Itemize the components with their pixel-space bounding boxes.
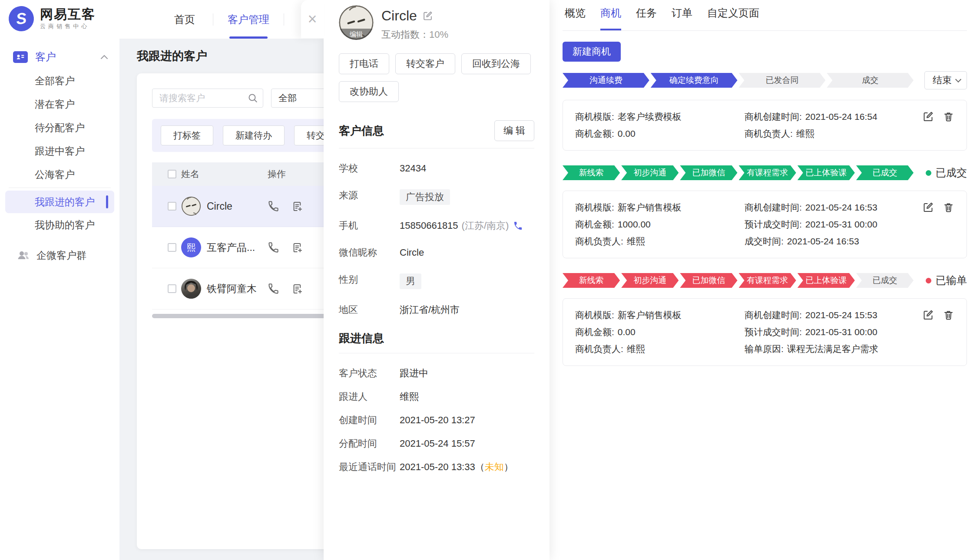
nav-item-customer-management[interactable]: 客户管理	[213, 0, 284, 39]
select-all-checkbox[interactable]	[168, 170, 176, 178]
search-input[interactable]	[152, 89, 263, 108]
stage-chevron[interactable]: 已上体验课	[798, 165, 855, 180]
close-icon[interactable]: ×	[308, 11, 317, 27]
section-title: 跟进信息	[339, 331, 384, 346]
stage-chevron[interactable]: 已加微信	[680, 165, 737, 180]
tab-overview[interactable]: 概览	[565, 6, 586, 30]
change-assistant-button[interactable]: 改协助人	[339, 81, 399, 102]
field-assigned-time: 分配时间 2021-05-24 15:57	[339, 438, 534, 450]
call-icon[interactable]	[268, 201, 279, 212]
customer-name: 互客产品...	[207, 241, 255, 254]
stage-chevron[interactable]: 已加微信	[680, 273, 737, 288]
new-opportunity-button[interactable]: 新建商机	[563, 42, 621, 62]
stage-chevron[interactable]: 初步沟通	[621, 273, 679, 288]
search-icon[interactable]	[248, 93, 258, 103]
field-source: 来源 广告投放	[339, 189, 534, 205]
stage-chevron[interactable]: 已上体验课	[798, 273, 855, 288]
sidebar-item-wecom-customer-groups[interactable]: 企微客户群	[0, 244, 119, 267]
stage-progress-bar: 新线索 初步沟通 已加微信 有课程需求 已上体验课 已成交	[563, 273, 914, 288]
stage-chevron[interactable]: 新线索	[563, 165, 620, 180]
info-line: 预计成交时间:2021-05-31 00:00	[745, 326, 907, 338]
top-nav: 首页 客户管理	[156, 0, 284, 39]
stage-chevron[interactable]: 新线索	[563, 273, 620, 288]
sidebar-item-public-sea-customers[interactable]: 公海客户	[0, 163, 119, 186]
stage-chevron[interactable]: 有课程需求	[739, 273, 796, 288]
chevron-down-icon	[955, 76, 961, 82]
tab-orders[interactable]: 订单	[672, 6, 692, 30]
sidebar-item-potential-customers[interactable]: 潜在客户	[0, 92, 119, 116]
row-checkbox[interactable]	[168, 202, 176, 211]
tab-opportunities[interactable]: 商机	[600, 6, 621, 30]
call-icon[interactable]	[268, 242, 279, 254]
add-note-icon[interactable]	[291, 201, 303, 212]
stage-chevron[interactable]: 确定续费意向	[651, 73, 738, 88]
customer-info-section: 客户信息 编 辑 学校 32434 来源 广告投放 手机 15850661815	[339, 120, 534, 316]
tab-custom-page[interactable]: 自定义页面	[707, 6, 759, 30]
call-icon[interactable]	[268, 283, 279, 295]
field-follower: 跟进人 维熙	[339, 391, 534, 403]
transfer-customer-button[interactable]: 转交客户	[395, 53, 455, 74]
end-opportunity-button[interactable]: 结束	[924, 71, 967, 89]
recycle-to-public-sea-button[interactable]: 回收到公海	[461, 53, 531, 74]
source-tag: 广告投放	[400, 189, 450, 205]
nav-item-home[interactable]: 首页	[156, 0, 213, 39]
info-line: 商机金额:0.00	[575, 128, 745, 140]
delete-opportunity-icon[interactable]	[943, 111, 954, 122]
app-root: S 网易互客 云商销售中心 首页 客户管理 客户 全部客户 潜在客户 待分配客户…	[0, 0, 980, 560]
stage-chevron[interactable]: 已发合同	[739, 73, 826, 88]
status-dot	[926, 170, 931, 176]
avatar	[181, 196, 201, 216]
edit-opportunity-icon[interactable]	[922, 309, 934, 321]
sidebar-item-following-customers[interactable]: 跟进中客户	[0, 139, 119, 163]
stage-progress-bar: 沟通续费 确定续费意向 已发合同 成交	[563, 73, 914, 88]
logo-subtitle: 云商销售中心	[40, 23, 96, 30]
stage-chevron[interactable]: 已成交	[856, 165, 914, 180]
sidebar-item-my-followed-customers[interactable]: 我跟进的客户	[5, 191, 114, 213]
drawer-close-tab: ×	[301, 0, 324, 38]
edit-name-icon[interactable]	[422, 10, 433, 21]
sidebar-item-all-customers[interactable]: 全部客户	[0, 69, 119, 92]
opportunity-info-card: 商机模版:新客户销售模板 商机金额:0.00 商机负责人:维熙 商机创建时间:2…	[563, 298, 967, 366]
customer-profile-header: 编辑 Circle 互动指数：10%	[339, 0, 534, 41]
avatar	[181, 279, 201, 299]
tag-button[interactable]: 打标签	[161, 125, 213, 145]
row-checkbox[interactable]	[168, 284, 176, 293]
opportunity-card: 新线索 初步沟通 已加微信 有课程需求 已上体验课 已成交 已成交 商机模版:新…	[563, 165, 967, 258]
edit-customer-info-button[interactable]: 编 辑	[494, 120, 534, 141]
edit-opportunity-icon[interactable]	[922, 201, 934, 213]
stage-chevron[interactable]: 初步沟通	[621, 165, 679, 180]
customer-detail-drawer: × 编辑 Circle 互动指数：10% 打电话 转交客户	[324, 0, 550, 560]
sidebar-group-customers[interactable]: 客户	[0, 39, 119, 69]
info-line: 商机模版:新客户销售模板	[575, 309, 745, 321]
avatar-edit-overlay[interactable]: 编辑	[339, 29, 374, 40]
delete-opportunity-icon[interactable]	[943, 309, 954, 321]
logo-icon: S	[7, 5, 35, 33]
info-line: 商机创建时间:2021-05-24 16:54	[745, 111, 907, 123]
stage-chevron[interactable]: 沟通续费	[563, 73, 649, 88]
call-button[interactable]: 打电话	[339, 53, 389, 74]
info-line: 商机创建时间:2021-05-24 16:53	[745, 201, 907, 214]
gender-tag: 男	[400, 273, 421, 289]
new-todo-button[interactable]: 新建待办	[223, 125, 285, 145]
customer-name: Circle	[207, 201, 232, 212]
row-checkbox[interactable]	[168, 243, 176, 252]
stage-chevron[interactable]: 已成交	[856, 273, 914, 288]
info-line: 商机创建时间:2021-05-24 15:53	[745, 309, 907, 321]
contact-card-icon	[13, 51, 28, 63]
delete-opportunity-icon[interactable]	[943, 201, 954, 213]
add-note-icon[interactable]	[291, 283, 303, 295]
field-gender: 性别 男	[339, 273, 534, 289]
edit-opportunity-icon[interactable]	[922, 111, 934, 122]
dial-icon[interactable]	[513, 221, 523, 231]
sidebar-item-my-assisted-customers[interactable]: 我协助的客户	[0, 213, 119, 237]
stage-chevron[interactable]: 有课程需求	[739, 165, 796, 180]
add-note-icon[interactable]	[291, 242, 303, 254]
engagement-index: 互动指数：10%	[381, 28, 448, 41]
stage-chevron[interactable]: 成交	[827, 73, 914, 88]
opportunity-panel: 概览 商机 任务 订单 自定义页面 新建商机 沟通续费 确定续费意向 已发合同 …	[550, 0, 980, 560]
follow-info-section: 跟进信息 客户状态 跟进中 跟进人 维熙 创建时间 2021-05-20 13:…	[339, 331, 534, 473]
tab-tasks[interactable]: 任务	[636, 6, 657, 30]
filter-selected-value: 全部	[278, 92, 297, 104]
avatar[interactable]: 编辑	[339, 5, 374, 40]
sidebar-item-unassigned-customers[interactable]: 待分配客户	[0, 116, 119, 139]
